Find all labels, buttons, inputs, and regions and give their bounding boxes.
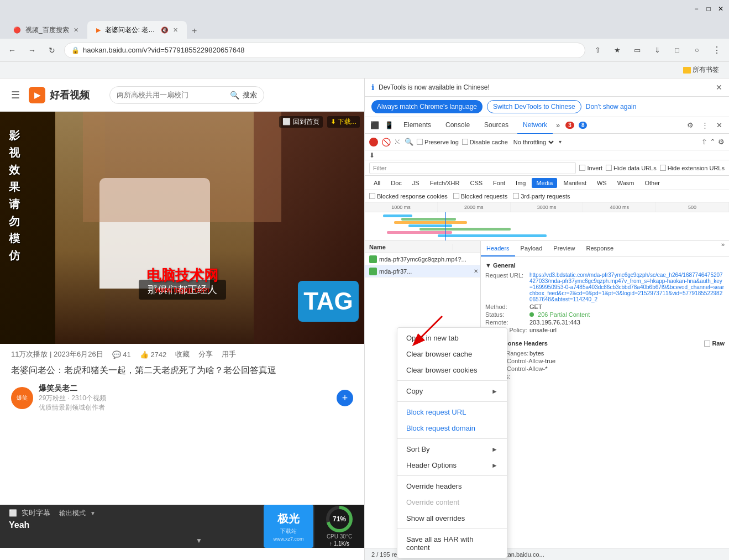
comment-icon[interactable]: 💬 41 bbox=[112, 350, 131, 359]
download-video-icon[interactable]: ⬇ 下载... bbox=[327, 116, 360, 128]
minimize-icon[interactable]: − bbox=[693, 5, 700, 13]
more-menu-icon[interactable]: ⋮ bbox=[709, 43, 725, 58]
third-party-label[interactable]: 3rd-party requests bbox=[513, 193, 570, 200]
back-btn[interactable]: ← bbox=[4, 43, 20, 58]
preserve-log-label[interactable]: Preserve log bbox=[417, 139, 459, 145]
ctx-sort-by[interactable]: Sort By ► bbox=[397, 441, 507, 457]
ctx-override-content[interactable]: Override content bbox=[397, 494, 507, 510]
dont-show-btn[interactable]: Don't show again bbox=[586, 103, 637, 111]
type-other[interactable]: Other bbox=[640, 178, 664, 188]
tab-preview[interactable]: Preview bbox=[548, 241, 580, 257]
devtools-toggle-icon[interactable]: ⬛ bbox=[369, 120, 380, 131]
reload-btn[interactable]: ↻ bbox=[44, 43, 60, 58]
type-js[interactable]: JS bbox=[408, 178, 424, 188]
follow-btn[interactable]: + bbox=[337, 390, 353, 406]
hide-ext-label[interactable]: Hide extension URLs bbox=[660, 165, 725, 171]
raw-checkbox-label[interactable]: Raw bbox=[704, 340, 725, 347]
invert-label[interactable]: Invert bbox=[579, 165, 602, 171]
search-btn[interactable]: 搜索 bbox=[243, 90, 257, 100]
address-bar[interactable]: 🔒 haokan.baidu.com/v?vid=577918552298206… bbox=[64, 43, 585, 58]
tab-sources[interactable]: Sources bbox=[479, 117, 514, 134]
profile-icon[interactable]: ○ bbox=[689, 43, 705, 58]
tab2-close[interactable]: ✕ bbox=[173, 27, 178, 34]
settings-icon[interactable]: ⚙ bbox=[718, 138, 725, 146]
ctx-clear-cookies[interactable]: Clear browser cookies bbox=[397, 362, 507, 378]
type-media[interactable]: Media bbox=[532, 178, 557, 188]
type-doc[interactable]: Doc bbox=[386, 178, 406, 188]
hide-ext-checkbox[interactable] bbox=[660, 165, 666, 171]
blocked-response-label[interactable]: Blocked response cookies bbox=[369, 193, 448, 200]
disable-cache-label[interactable]: Disable cache bbox=[462, 139, 508, 145]
disable-cache-checkbox[interactable] bbox=[462, 139, 468, 145]
type-font[interactable]: Font bbox=[489, 178, 510, 188]
search-bar[interactable]: 两所高校共用一扇校门 🔍 搜索 bbox=[109, 86, 264, 104]
subtitle-expand-icon[interactable]: ▼ bbox=[196, 537, 202, 545]
type-css[interactable]: CSS bbox=[465, 178, 487, 188]
ctx-open-tab[interactable]: Open in new tab bbox=[397, 330, 507, 346]
type-wasm[interactable]: Wasm bbox=[613, 178, 639, 188]
type-all[interactable]: All bbox=[369, 178, 385, 188]
device-icon[interactable]: 📱 bbox=[384, 120, 395, 131]
close-notification-icon[interactable]: ✕ bbox=[716, 83, 722, 92]
throttle-arrow[interactable]: ▾ bbox=[559, 139, 562, 145]
tab-console[interactable]: Console bbox=[440, 117, 475, 134]
window-icon[interactable]: □ bbox=[669, 43, 685, 58]
ctx-header-options[interactable]: Header Options ► bbox=[397, 457, 507, 473]
tab-network[interactable]: Network bbox=[517, 117, 553, 134]
devtools-close-icon[interactable]: ✕ bbox=[714, 120, 725, 131]
share-icon[interactable]: ⇧ bbox=[590, 43, 605, 58]
restore-icon[interactable]: □ bbox=[705, 5, 712, 13]
mute-icon[interactable]: 🔇 bbox=[161, 27, 169, 34]
tab-more[interactable]: » bbox=[556, 121, 560, 129]
new-tab-btn[interactable]: + bbox=[187, 23, 202, 39]
tab-payload[interactable]: Payload bbox=[515, 241, 548, 257]
ctx-save-har[interactable]: Save all as HAR with content bbox=[397, 531, 507, 556]
lang-switch-btn[interactable]: Switch DevTools to Chinese bbox=[487, 100, 581, 113]
preserve-checkbox[interactable] bbox=[417, 139, 423, 145]
tab-elements[interactable]: Elements bbox=[398, 117, 437, 134]
type-manifest[interactable]: Manifest bbox=[559, 178, 591, 188]
filter-input[interactable] bbox=[369, 162, 576, 174]
headers-more[interactable]: » bbox=[717, 241, 729, 256]
subtitle-mode-btn[interactable]: 输出模式 bbox=[59, 509, 86, 518]
devtools-settings-icon[interactable]: ⚙ bbox=[685, 120, 696, 131]
type-fetch[interactable]: Fetch/XHR bbox=[426, 178, 464, 188]
forward-btn[interactable]: → bbox=[24, 43, 40, 58]
type-ws[interactable]: WS bbox=[592, 178, 611, 188]
tab-1[interactable]: 🔴 视频_百度搜索 ✕ bbox=[4, 21, 87, 39]
tab1-close[interactable]: ✕ bbox=[74, 27, 78, 34]
search-icon[interactable]: 🔍 bbox=[230, 91, 239, 100]
ctx-clear-cache[interactable]: Clear browser cache bbox=[397, 346, 507, 362]
general-section-title[interactable]: ▼ General bbox=[485, 260, 725, 271]
tab-headers[interactable]: Headers bbox=[481, 241, 515, 257]
cast-icon[interactable]: ▭ bbox=[630, 43, 645, 58]
response-headers-title[interactable]: ▼ Response Headers Raw bbox=[485, 338, 725, 349]
throttle-select[interactable]: No throttling bbox=[511, 138, 555, 146]
filter-btn[interactable]: ⛌ bbox=[394, 138, 401, 146]
ctx-block-domain[interactable]: Block request domain bbox=[397, 420, 507, 436]
close-icon[interactable]: ✕ bbox=[717, 5, 725, 13]
close-row-icon[interactable]: ✕ bbox=[474, 268, 478, 274]
share-btn[interactable]: 分享 bbox=[198, 349, 213, 359]
blocked-response-checkbox[interactable] bbox=[369, 193, 375, 199]
hide-data-checkbox[interactable] bbox=[606, 165, 612, 171]
tab-2[interactable]: ▶ 老婆问老公: 老虎和猪关… 🔇 ✕ bbox=[87, 21, 187, 39]
ctx-override-headers[interactable]: Override headers bbox=[397, 478, 507, 494]
type-img[interactable]: Img bbox=[511, 178, 530, 188]
bookmark-folder[interactable]: 所有书签 bbox=[680, 64, 722, 76]
download-icon-row[interactable]: ⬇ bbox=[369, 151, 375, 159]
blocked-requests-checkbox[interactable] bbox=[453, 193, 459, 199]
raw-checkbox[interactable] bbox=[704, 341, 710, 347]
network-row-1[interactable]: mda-pfr37ymc6gc9qzph.mp4?... bbox=[365, 253, 480, 265]
network-row-2[interactable]: mda-pfr37... ✕ bbox=[365, 265, 480, 278]
more-btn[interactable]: 用手 bbox=[222, 349, 236, 359]
bookmark-icon[interactable]: ★ bbox=[610, 43, 625, 58]
tab-response[interactable]: Response bbox=[580, 241, 619, 257]
ctx-show-overrides[interactable]: Show all overrides bbox=[397, 510, 507, 526]
hide-data-label[interactable]: Hide data URLs bbox=[606, 165, 657, 171]
home-icon[interactable]: ⬜ 回到首页 bbox=[279, 116, 322, 128]
record-btn[interactable] bbox=[369, 138, 378, 146]
clear-btn[interactable]: 🚫 bbox=[381, 138, 391, 146]
export-icon[interactable]: ⌃ bbox=[710, 138, 716, 146]
import-icon[interactable]: ⇧ bbox=[701, 138, 707, 146]
